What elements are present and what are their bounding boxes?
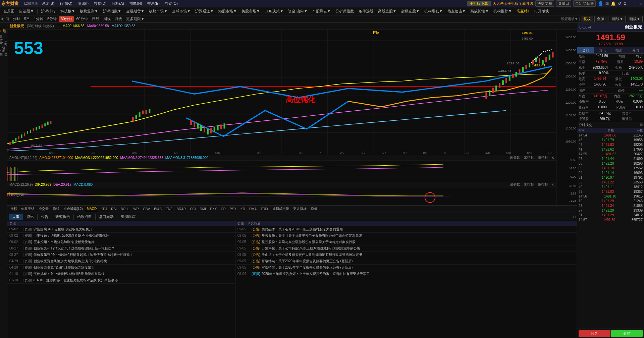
tb-watchlist[interactable]: 自选股▼: [17, 8, 36, 14]
ptab-news[interactable]: 资讯: [594, 47, 611, 53]
news-item-4[interactable]: 08-27 [资讯] 创业板壳+" 行情又起风！这些股有望掀起新一轮狂欢？: [7, 245, 235, 252]
news-r-item-5[interactable]: 09-05 [公告] 千山退：关于公司及相关责任人收到湖南证监局行政监管措施决定…: [235, 252, 577, 258]
news-item-2[interactable]: 09-02 [资讯] 巨丰投顾：沪指围绕3400点拉锯 创业板壳逆市碗升: [7, 233, 235, 239]
itab-ene[interactable]: ENE: [164, 207, 174, 211]
ntab-notice[interactable]: 公告: [38, 214, 52, 220]
tb-monitor[interactable]: 板块监测▼: [78, 8, 100, 14]
itab-wr[interactable]: WR: [131, 207, 141, 211]
tb-superstock[interactable]: 超级选股▼: [399, 8, 422, 14]
email-icon[interactable]: ✉: [605, 1, 609, 6]
tb-growth[interactable]: 高成长性▼: [468, 8, 491, 14]
tb-techboard[interactable]: 科技板▼: [58, 8, 77, 14]
minimize-icon[interactable]: —: [629, 1, 633, 6]
menu-market[interactable]: 行情(Q): [58, 1, 74, 6]
ptab-assign[interactable]: 指派: [611, 47, 628, 53]
macd-addindicator[interactable]: 加指标: [524, 182, 534, 187]
menu-news[interactable]: 资讯(I): [76, 1, 90, 6]
news-r-item-8[interactable]: 09-04 [研报] 2020年半年度报告点评：上半年实现扭亏为盈，宜普科技有望…: [235, 271, 577, 277]
menu-trade[interactable]: 交易(E): [146, 1, 161, 6]
itab-ma[interactable]: 均线: [51, 206, 61, 212]
tb-global[interactable]: 全球市场▼: [170, 8, 193, 14]
trade-expand[interactable]: ⊡: [640, 123, 643, 127]
news-item-3[interactable]: 09-02 [资讯] 巨丰投顾：市场分化加剧 创业板壳受追捧: [7, 239, 235, 245]
ptab-unusual[interactable]: 异动: [627, 47, 644, 53]
tb-futures[interactable]: 金融期货▼: [124, 8, 147, 14]
itab-obv[interactable]: OBV: [141, 207, 152, 211]
news-expand[interactable]: ⊡: [573, 215, 576, 219]
maximize-icon[interactable]: □: [635, 1, 637, 6]
itab-dmi[interactable]: DMI: [198, 207, 208, 211]
itab-volume[interactable]: 成交量: [37, 206, 50, 212]
t-fenshi[interactable]: 分时: [11, 16, 22, 22]
menu-function[interactable]: 功能(N): [128, 1, 143, 6]
itab-capital[interactable]: 资金博弈(L2): [62, 206, 85, 212]
news-r-item-6[interactable]: 09-05 [公告] 富瑞特装：关于2020年半年度报告及摘要的更正公告 (更新…: [235, 258, 577, 265]
tb-institution[interactable]: 机构增仓▼: [422, 8, 445, 14]
menu-data[interactable]: 数据(D): [93, 1, 108, 6]
news-r-item-1[interactable]: 09-05 [公告] 惠伦晶体：关于召开2020年第三次临时股东大会的通知: [235, 226, 577, 233]
vol-tab[interactable]: 换指标: [538, 155, 548, 160]
news-r-item-3[interactable]: 09-05 [公告] 星云股份：公司与兴业证券股份有限公司关于向特定对象发行股: [235, 239, 577, 245]
menu-help[interactable]: 帮助(O): [164, 1, 179, 6]
itab-composite[interactable]: 你复见认: [19, 206, 36, 212]
itab-kdj[interactable]: KDJ: [99, 207, 109, 211]
news-item-8[interactable]: 01-10 [资讯] 涨停揭秘：创业板壳板块相对活跃 黛降科技涨停: [7, 271, 235, 277]
btn-compound[interactable]: 复权: [581, 16, 593, 22]
bell-icon[interactable]: 🔔: [611, 1, 616, 6]
itab-cr[interactable]: CR: [219, 207, 227, 211]
tb-recommend[interactable]: 机构推荐▼: [491, 8, 514, 14]
macd-tab[interactable]: 换指标: [538, 182, 548, 187]
tb-shindex[interactable]: 沪深指数▼: [101, 8, 123, 14]
tb-wind[interactable]: 个股风云▼: [310, 8, 333, 14]
itab-dkx[interactable]: DKX: [208, 207, 219, 211]
phone-download[interactable]: 手机版下载: [467, 1, 491, 6]
macd-close[interactable]: ✕: [551, 183, 554, 186]
t-5day[interactable]: 5日: [22, 16, 32, 22]
itab-macd[interactable]: MACD: [85, 207, 98, 211]
t-5min[interactable]: 5分钟: [46, 16, 58, 22]
t-60min[interactable]: 60分钟: [74, 16, 89, 22]
ntab-track[interactable]: 组织驱踪: [117, 214, 139, 220]
quick-trade[interactable]: 快捷交易: [535, 0, 554, 7]
news-r-item-7[interactable]: 09-05 [公告] 富瑞特装：关于2020年半年度报告及摘要的更正公告 (更新…: [235, 265, 577, 271]
t-1min[interactable]: 1分钟: [32, 16, 45, 22]
user-icon[interactable]: 👤: [598, 1, 603, 6]
tb-hk[interactable]: 港股市场▼: [216, 8, 239, 14]
sell-button[interactable]: 分时: [611, 330, 643, 337]
itab-kd[interactable]: KD: [239, 207, 247, 211]
itab-virtual[interactable]: 虚拟成交量: [271, 206, 291, 212]
vol-addindicator[interactable]: 加指标: [524, 155, 534, 160]
tb-hotspot[interactable]: 热点追击▼: [445, 8, 468, 14]
ptab-daily[interactable]: 当日: [577, 47, 594, 53]
btn-overlay[interactable]: 叠加+: [594, 16, 608, 22]
tb-condition[interactable]: 条件选股: [357, 8, 375, 14]
tb-sector-mkt[interactable]: 板块市场▼: [147, 8, 169, 14]
news-item-6[interactable]: 04-29 [资讯] 创业板壳资金风险加大 垃圾股将上演 "比谁跑得快": [7, 258, 235, 265]
t-monthly[interactable]: 月线: [113, 16, 124, 22]
itab-boll[interactable]: BOLL: [119, 207, 131, 211]
tb-dde[interactable]: DDE决策▼: [263, 8, 285, 14]
menu-analysis[interactable]: 分析(A): [110, 1, 125, 6]
macd-settings[interactable]: 改参数: [510, 182, 520, 187]
tb-hk-connect[interactable]: 沪深通道▼: [193, 8, 216, 14]
itab-rsi[interactable]: RSI: [109, 207, 118, 211]
vol-close[interactable]: ✕: [551, 156, 554, 160]
tb-capital[interactable]: 资金·流向▼: [286, 8, 310, 14]
tb-us[interactable]: 美股市场▼: [239, 8, 262, 14]
btn-draw[interactable]: 画线▼: [610, 16, 626, 22]
news-item-7[interactable]: 04-29 [资讯] 创业板壳资源 "贬值" 绩差股保壳难度加大: [7, 265, 235, 271]
news-item-1[interactable]: 09-02 [资讯] 沪指围绕3400点拉锯 创业板壳大幅飙升: [7, 226, 235, 233]
news-item-5[interactable]: 08-27 [资讯] 低价股飙升 "创业板壳+" 行情又起风！这些股有望掀起新一…: [7, 252, 235, 258]
itab-dma[interactable]: DMA: [248, 207, 258, 211]
ntab-research[interactable]: 研究报告: [52, 214, 74, 220]
t-weekly[interactable]: 周线: [102, 16, 112, 22]
buy-button[interactable]: 分笔: [579, 330, 610, 337]
ntab-function-points[interactable]: 函数点数: [74, 214, 96, 220]
t-more[interactable]: 更多期限▼: [124, 16, 146, 22]
tb-more[interactable]: 高赢特↑: [515, 8, 532, 14]
ntab-news[interactable]: 资讯: [23, 214, 38, 220]
itab-template[interactable]: 模板: [309, 206, 319, 212]
itab-indicators[interactable]: 指标: [9, 206, 19, 212]
news-r-item-4[interactable]: 09-05 [公告] 万集科技：关于公司持股5%以上股东股份减持计划实施完毕的公…: [235, 245, 577, 252]
news-item-9[interactable]: 01-10 [资讯] (01-10）涨停揭秘：创业板壳板块相对活跃 杭州高新涨停: [7, 277, 235, 284]
